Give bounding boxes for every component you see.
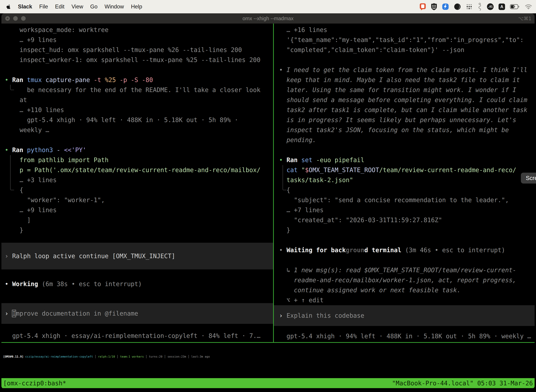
omx-status-line: [OMX#0.11.9] cczip/essay/ai-reimplementa…: [3, 352, 535, 362]
terminal-line: }: [274, 225, 535, 235]
terminal-line: "subject": "send a concise recommendatio…: [274, 195, 535, 205]
terminal-line: cat "$OMX_TEAM_STATE_ROOT/team/review-cu…: [274, 165, 535, 175]
menubar: Slack FileEditViewGoWindowHelp ..61 A: [0, 0, 536, 13]
apple-menu-icon[interactable]: [6, 4, 11, 9]
output-connector: [10, 185, 14, 190]
signature-icon[interactable]: [478, 3, 482, 10]
menu-app-name[interactable]: Slack: [18, 4, 32, 10]
minimize-button[interactable]: [13, 16, 18, 21]
terminal-line: be necessary for the end of the README. …: [1, 85, 273, 95]
window-titlebar[interactable]: omx --xhigh --madmax ⌥⌘1: [1, 13, 535, 23]
terminal-line: [274, 255, 535, 265]
terminal-line: from pathlib import Path: [1, 155, 273, 165]
output-connector: [10, 175, 10, 185]
keyboard-layout-label: A: [500, 5, 503, 9]
terminal-line: [1, 135, 273, 145]
wifi-icon[interactable]: [525, 4, 532, 9]
menubar-left: Slack FileEditViewGoWindowHelp: [0, 4, 142, 10]
terminal-line: [274, 145, 535, 155]
terminal-line: {: [274, 185, 535, 195]
terminal-gap: [274, 326, 535, 331]
tmux-pane-hud[interactable]: workspace_mode: worktree … +9 lines insp…: [1, 23, 273, 342]
terminal-line: … +7 lines: [274, 205, 535, 215]
terminal-line: inspect_worker-1: omx sparkshell --tmux-…: [1, 55, 273, 65]
terminal-line: ]: [1, 215, 273, 225]
terminal-line: weekly …: [1, 125, 273, 135]
terminal-line: readme-and-reco/mailbox/worker-1.json, a…: [274, 275, 535, 285]
terminal-line: › Ralph loop active continue [OMX_TMUX_I…: [1, 251, 273, 261]
terminal-gap: [1, 235, 273, 243]
terminal-line: • Ran python3 - <<'PY': [1, 145, 273, 155]
terminal-line: … +3 lines: [1, 175, 273, 185]
terminal-gap: [1, 289, 273, 303]
output-connector: [282, 165, 283, 175]
dots-grid-icon[interactable]: [466, 3, 473, 10]
terminal-line: keep that in mind. Maybe I also need the…: [274, 75, 535, 85]
terminal-line: [1, 65, 273, 75]
menubar-status-icons: ..61 A: [419, 3, 536, 10]
battery-icon[interactable]: [510, 4, 520, 9]
screen-overlay-button[interactable]: Scre: [521, 173, 536, 183]
terminal-line: continue assigned work or next feasible …: [274, 285, 535, 295]
inject-message-box[interactable]: › Ralph loop active continue [OMX_TMUX_I…: [1, 243, 273, 269]
terminal-line: at: [1, 95, 273, 105]
zoom-button[interactable]: [21, 16, 26, 21]
terminal-line: tasks/task-2.json": [274, 175, 535, 185]
tmux-session-label: [omx-cczip0:bash*: [3, 380, 66, 387]
menu-file[interactable]: File: [39, 4, 48, 10]
shield-grid-icon[interactable]: [431, 3, 437, 10]
terminal-line: p = Path('.omx/state/team/review-current…: [1, 165, 273, 175]
menu-edit[interactable]: Edit: [55, 4, 64, 10]
terminal-line: inspect_hud: omx sparkshell --tmux-pane …: [1, 45, 273, 55]
terminal-line: gpt-5.4 xhigh · essay/ai-reimplementatio…: [1, 331, 273, 341]
terminal-line: • Waiting for background terminal (3m 46…: [274, 245, 535, 255]
terminal-line: task2 after task1 is complete, but can I…: [274, 105, 535, 115]
count-badge-label: ..61: [488, 5, 493, 8]
terminal-line: › Explain this codebase: [274, 311, 535, 321]
screen-record-icon[interactable]: [419, 3, 426, 10]
output-connector: [10, 85, 14, 90]
crescent-icon[interactable]: [454, 3, 461, 10]
menu-help[interactable]: Help: [131, 4, 142, 10]
terminal-line: … +9 lines: [1, 205, 273, 215]
count-badge[interactable]: ..61: [487, 3, 494, 10]
terminal-content: workspace_mode: worktree … +9 lines insp…: [1, 23, 535, 388]
terminal-line: … +9 lines: [1, 35, 273, 45]
terminal-gap: [1, 269, 273, 279]
terminal-line: later. Using the same for transition mig…: [274, 85, 535, 95]
window-title: omx --xhigh --madmax: [243, 16, 293, 21]
output-connector: [282, 185, 287, 190]
output-connector: [282, 175, 283, 185]
terminal-line: workspace_mode: worktree: [1, 25, 273, 35]
menu-view[interactable]: View: [72, 4, 83, 10]
terminal-line: • Working (6m 38s • esc to interrupt): [1, 279, 273, 289]
traffic-lights: [5, 13, 26, 23]
bolt-app-icon[interactable]: [442, 3, 449, 10]
terminal-line: › Improve documentation in @filename: [1, 308, 273, 319]
tmux-panes: workspace_mode: worktree … +9 lines insp…: [1, 23, 535, 342]
terminal-line: should send a message before completing …: [274, 95, 535, 105]
terminal-line: '{"team_name":"my-team","task_id":"1","f…: [274, 35, 535, 45]
close-button[interactable]: [5, 16, 10, 21]
terminal-line: ↳ 1 new msg(s): read $OMX_TEAM_STATE_ROO…: [274, 265, 535, 275]
terminal-line: gpt-5.4 xhigh · 94% left · 488K in · 5.1…: [1, 115, 273, 125]
keyboard-layout-badge[interactable]: A: [498, 4, 505, 10]
tmux-status-bar: [omx-cczip0:bash* "MacBook-Pro-44.local"…: [1, 378, 535, 388]
terminal-line: • I need to get the claim token from the…: [274, 65, 535, 75]
terminal-line: {: [1, 185, 273, 195]
menubar-menus: FileEditViewGoWindowHelp: [39, 4, 142, 10]
omx-hud-pane[interactable]: [OMX#0.11.9] cczip/essay/ai-reimplementa…: [1, 343, 535, 378]
prompt-input[interactable]: › Explain this codebase: [274, 305, 535, 326]
prompt-input[interactable]: › Improve documentation in @filename: [1, 303, 273, 324]
tmux-host-clock-label: "MacBook-Pro-44.local" 05:03 31-Mar-26: [392, 380, 533, 387]
output-connector: [10, 165, 10, 175]
terminal-line: gpt-5.4 xhigh · 94% left · 488K in · 5.1…: [274, 331, 535, 341]
menu-go[interactable]: Go: [90, 4, 97, 10]
terminal-line: pending.: [274, 135, 535, 145]
tmux-pane-worker[interactable]: … +16 lines '{"team_name":"my-team","tas…: [274, 23, 535, 342]
terminal-line: }: [1, 225, 273, 235]
menu-window[interactable]: Window: [105, 4, 124, 10]
window-shortcut-hint: ⌥⌘1: [518, 16, 531, 21]
terminal-line: "completed","claim_token":"claim-token"}…: [274, 45, 535, 55]
terminal-line: ⌥ + ↑ edit: [274, 295, 535, 305]
